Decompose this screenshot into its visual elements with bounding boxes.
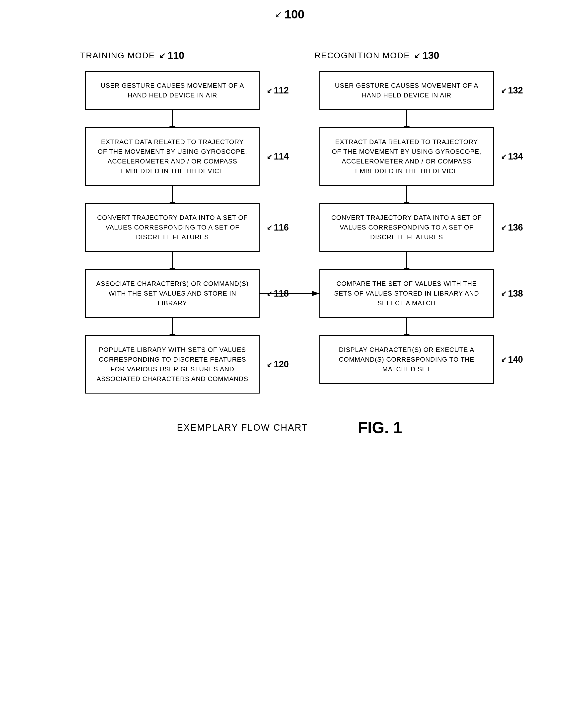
box-116-text: CONVERT TRAJECTORY DATA INTO A SET OF VA… <box>97 214 248 241</box>
bottom-section: EXEMPLARY FLOW CHART FIG. 1 <box>43 418 536 437</box>
left-column-title: TRAINING MODE <box>80 51 155 60</box>
box-134-arrow-icon: ↙ <box>501 153 506 161</box>
box-138-text: COMPARE THE SET OF VALUES WITH THE SETS … <box>334 280 479 307</box>
box-114-number: 114 <box>274 151 289 162</box>
left-badge-number: 110 <box>168 50 184 61</box>
box-136-number: 136 <box>508 222 523 233</box>
box-136-badge: ↙ 136 <box>501 222 523 233</box>
box-134: EXTRACT DATA RELATED TO TRAJECTORY OF TH… <box>319 127 494 186</box>
box-112: USER GESTURE CAUSES MOVEMENT OF A HAND H… <box>85 71 260 110</box>
box-116-number: 116 <box>274 222 289 233</box>
box-138-badge: ↙ 138 <box>501 288 523 299</box>
page: ↙ 100 TRAINING MODE ↙ 110 <box>28 0 551 467</box>
figure-label: FIG. 1 <box>358 418 402 437</box>
box-132-text: USER GESTURE CAUSES MOVEMENT OF A HAND H… <box>335 82 478 99</box>
left-badge-arrow-icon: ↙ <box>159 51 166 60</box>
box-112-arrow-icon: ↙ <box>267 86 272 95</box>
arrow-132-134 <box>406 110 407 127</box>
top-arrow-icon: ↙ <box>274 9 282 20</box>
arrow-116-118 <box>172 252 173 269</box>
box-136-text: CONVERT TRAJECTORY DATA INTO A SET OF VA… <box>331 214 482 241</box>
box-114-arrow-icon: ↙ <box>267 153 272 161</box>
arrow-134-136 <box>406 186 407 203</box>
arrow-114-116 <box>172 186 173 203</box>
left-column: TRAINING MODE ↙ 110 USER GESTURE CAUSES … <box>75 50 269 393</box>
box-140-text: DISPLAY CHARACTER(S) OR EXECUTE A COMMAN… <box>339 346 474 373</box>
box-114-badge: ↙ 114 <box>267 151 289 162</box>
box-114: EXTRACT DATA RELATED TO TRAJECTORY OF TH… <box>85 127 260 186</box>
box-118-number: 118 <box>274 288 289 299</box>
top-badge: ↙ 100 <box>274 7 305 21</box>
box-138-arrow-icon: ↙ <box>501 289 506 297</box>
box-140-badge: ↙ 140 <box>501 355 523 365</box>
box-118-badge: ↙ 118 <box>267 288 289 299</box>
right-column-title: RECOGNITION MODE <box>314 51 410 60</box>
box-116-arrow-icon: ↙ <box>267 223 272 232</box>
box-134-text: EXTRACT DATA RELATED TO TRAJECTORY OF TH… <box>332 138 481 175</box>
right-badge-arrow-icon: ↙ <box>414 51 421 60</box>
arrow-136-138 <box>406 252 407 269</box>
box-118: ASSOCIATE CHARACTER(S) OR COMMAND(S) WIT… <box>85 269 260 318</box>
box-136: CONVERT TRAJECTORY DATA INTO A SET OF VA… <box>319 203 494 252</box>
box-120-arrow-icon: ↙ <box>267 360 272 369</box>
box-132-number: 132 <box>508 85 523 96</box>
arrow-118-120 <box>172 318 173 335</box>
box-120: POPULATE LIBRARY WITH SETS OF VALUES COR… <box>85 335 260 393</box>
box-118-text: ASSOCIATE CHARACTER(S) OR COMMAND(S) WIT… <box>96 280 248 307</box>
right-column: RECOGNITION MODE ↙ 130 USER GESTURE CAUS… <box>310 50 504 393</box>
box-118-arrow-icon: ↙ <box>267 289 272 297</box>
box-120-number: 120 <box>274 359 289 370</box>
box-114-text: EXTRACT DATA RELATED TO TRAJECTORY OF TH… <box>98 138 247 175</box>
box-140: DISPLAY CHARACTER(S) OR EXECUTE A COMMAN… <box>319 335 494 384</box>
box-134-badge: ↙ 134 <box>501 151 523 162</box>
box-112-number: 112 <box>274 85 289 96</box>
box-132-arrow-icon: ↙ <box>501 86 506 95</box>
box-132: USER GESTURE CAUSES MOVEMENT OF A HAND H… <box>319 71 494 110</box>
right-column-header: RECOGNITION MODE ↙ 130 <box>310 50 439 61</box>
box-138: COMPARE THE SET OF VALUES WITH THE SETS … <box>319 269 494 318</box>
box-120-text: POPULATE LIBRARY WITH SETS OF VALUES COR… <box>97 346 248 383</box>
box-112-badge: ↙ 112 <box>267 85 289 96</box>
left-column-badge: ↙ 110 <box>159 50 184 61</box>
columns: TRAINING MODE ↙ 110 USER GESTURE CAUSES … <box>43 50 536 393</box>
left-column-header: TRAINING MODE ↙ 110 <box>75 50 184 61</box>
box-116-badge: ↙ 116 <box>267 222 289 233</box>
box-134-number: 134 <box>508 151 523 162</box>
box-140-arrow-icon: ↙ <box>501 356 506 364</box>
top-badge-label: 100 <box>285 7 305 21</box>
arrow-138-140 <box>406 318 407 335</box>
box-112-text: USER GESTURE CAUSES MOVEMENT OF A HAND H… <box>101 82 244 99</box>
figure-caption: EXEMPLARY FLOW CHART <box>177 422 308 433</box>
box-140-number: 140 <box>508 355 523 365</box>
box-138-number: 138 <box>508 288 523 299</box>
arrow-112-114 <box>172 110 173 127</box>
box-120-badge: ↙ 120 <box>267 359 289 370</box>
box-116: CONVERT TRAJECTORY DATA INTO A SET OF VA… <box>85 203 260 252</box>
box-136-arrow-icon: ↙ <box>501 223 506 232</box>
columns-wrapper: TRAINING MODE ↙ 110 USER GESTURE CAUSES … <box>43 50 536 393</box>
right-column-badge: ↙ 130 <box>414 50 439 61</box>
right-badge-number: 130 <box>423 50 439 61</box>
box-132-badge: ↙ 132 <box>501 85 523 96</box>
